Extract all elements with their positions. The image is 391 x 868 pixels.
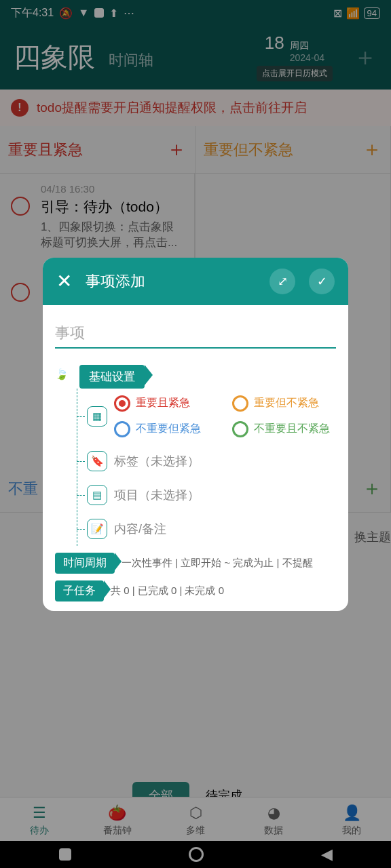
modal-title: 事项添加 bbox=[86, 271, 256, 292]
content-row[interactable]: 📝 内容/备注 bbox=[77, 512, 336, 546]
priority-urgent[interactable]: 不重要但紧急 bbox=[114, 421, 219, 437]
priority-none[interactable]: 不重要且不紧急 bbox=[232, 421, 337, 437]
leaf-icon: 🍃 bbox=[55, 368, 73, 385]
item-input[interactable] bbox=[55, 319, 336, 349]
basic-settings-tag[interactable]: 基础设置 bbox=[79, 365, 145, 389]
tag-row[interactable]: 🔖 标签（未选择） bbox=[77, 444, 336, 478]
note-icon: 📝 bbox=[87, 519, 107, 539]
priority-urgent-important[interactable]: 重要且紧急 bbox=[114, 395, 219, 412]
folder-icon: ▤ bbox=[87, 485, 107, 505]
modal-overlay[interactable]: ✕ 事项添加 ⤢ ✓ 🍃 基础设置 ▦ 重要且紧急 重要但不紧急 不重要但紧急 … bbox=[0, 0, 391, 868]
add-item-modal: ✕ 事项添加 ⤢ ✓ 🍃 基础设置 ▦ 重要且紧急 重要但不紧急 不重要但紧急 … bbox=[43, 258, 348, 611]
priority-row: ▦ 重要且紧急 重要但不紧急 不重要但紧急 不重要且不紧急 bbox=[77, 389, 336, 444]
subtask-tag[interactable]: 子任务 bbox=[55, 580, 104, 601]
grid-icon: ▦ bbox=[87, 406, 107, 427]
time-period-tag[interactable]: 时间周期 bbox=[55, 553, 115, 574]
subtask-summary: 共 0 | 已完成 0 | 未完成 0 bbox=[111, 585, 224, 597]
bookmark-icon: 🔖 bbox=[87, 451, 107, 471]
project-row[interactable]: ▤ 项目（未选择） bbox=[77, 478, 336, 512]
priority-important[interactable]: 重要但不紧急 bbox=[232, 395, 337, 412]
close-icon[interactable]: ✕ bbox=[56, 270, 72, 292]
expand-icon[interactable]: ⤢ bbox=[269, 269, 295, 294]
confirm-icon[interactable]: ✓ bbox=[309, 269, 335, 294]
modal-header: ✕ 事项添加 ⤢ ✓ bbox=[43, 258, 348, 305]
time-summary: 一次性事件 | 立即开始 ~ 完成为止 | 不提醒 bbox=[122, 557, 313, 570]
